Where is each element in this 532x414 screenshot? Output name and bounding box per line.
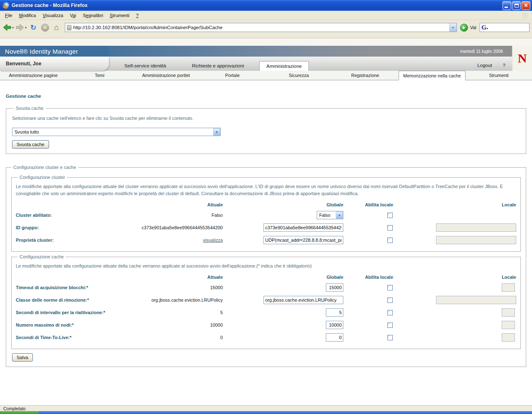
firefox-icon — [2, 2, 9, 9]
throbber-icon — [521, 12, 529, 19]
wakeup-interval-global-input[interactable] — [326, 308, 343, 317]
ttl-local-checkbox[interactable] — [387, 335, 393, 340]
ttl-global-input[interactable] — [326, 333, 343, 342]
eviction-policy-local-checkbox[interactable] — [387, 297, 393, 303]
row-proprieta-cluster: Proprietà cluster: visualizza — [16, 234, 516, 246]
stop-button[interactable]: ✕ — [40, 22, 50, 32]
flush-cache-button[interactable]: Svuota cache — [12, 140, 49, 149]
logout-link[interactable]: Logout — [477, 63, 492, 68]
subtab-strumenti[interactable]: Strumenti — [466, 71, 532, 80]
menu-segnalibri[interactable]: Segnalibri — [79, 12, 106, 19]
close-button[interactable]: ✕ — [522, 1, 530, 10]
cluster-enabled-global-select[interactable]: Falso ▼ — [317, 211, 343, 219]
current-value: 0 — [122, 335, 223, 340]
flush-cache-section: Svuota cache Selezionare una cache nell'… — [6, 106, 526, 154]
cluster-properties-global-input[interactable] — [264, 236, 343, 244]
tab-richieste-approvazioni[interactable]: Richieste e approvazioni — [182, 61, 254, 71]
wakeup-interval-local-checkbox[interactable] — [387, 310, 393, 315]
menu-visualizza[interactable]: Visualizza — [39, 12, 66, 19]
max-nodes-local-checkbox[interactable] — [387, 322, 393, 328]
subtab-portale[interactable]: Portale — [199, 71, 266, 80]
row-cluster-abilitato: Cluster abilitato: Falso Falso ▼ — [16, 209, 516, 221]
admin-subtabs: Amministrazione pagine Temi Amministrazi… — [0, 71, 532, 80]
chevron-down-icon[interactable]: ▼ — [213, 128, 220, 136]
row-time-to-live: Secondi di Time-To-Live:* 0 — [16, 331, 516, 344]
column-globale: Globale — [223, 275, 343, 280]
cluster-cache-section: Configurazione cluster e cache Configura… — [6, 165, 526, 367]
group-id-local-checkbox[interactable] — [387, 225, 393, 231]
eviction-policy-global-input[interactable] — [264, 296, 343, 304]
back-dropdown-icon[interactable]: ▾ — [12, 26, 14, 30]
menu-modifica[interactable]: Modifica — [16, 12, 39, 19]
menu-bar: File Modifica Visualizza Vai Segnalibri … — [0, 11, 532, 20]
windows-taskbar[interactable] — [0, 411, 532, 414]
tab-band: Benvenuti, Joe Self-service identità Ric… — [0, 57, 532, 71]
url-input[interactable] — [71, 25, 449, 30]
max-nodes-local-input — [502, 321, 515, 329]
browser-window: Gestione cache - Mozilla Firefox ✕ File … — [0, 0, 532, 414]
search-input[interactable] — [488, 25, 528, 30]
cluster-config-legend: Configurazione cluster — [17, 175, 67, 180]
maximize-icon — [515, 4, 519, 7]
search-box[interactable]: G ▾ — [480, 23, 530, 32]
chevron-down-icon[interactable]: ▼ — [336, 211, 343, 219]
cache-config-section: Configurazione cache Le modifiche apport… — [11, 254, 521, 349]
forward-dropdown-icon[interactable]: ▾ — [25, 26, 27, 30]
url-bar[interactable]: ▼ — [65, 23, 457, 32]
view-cluster-properties-link[interactable]: visualizza — [203, 238, 223, 243]
menu-strumenti[interactable]: Strumenti — [106, 12, 133, 19]
cluster-enabled-local-checkbox[interactable] — [387, 213, 393, 218]
column-globale: Globale — [223, 202, 343, 207]
current-value: 15000 — [122, 285, 223, 290]
lock-timeout-global-input[interactable] — [326, 283, 343, 292]
home-icon: ⌂ — [54, 23, 59, 32]
cache-select[interactable]: Svuota tutto ▼ — [12, 128, 221, 136]
save-button[interactable]: Salva — [12, 353, 33, 362]
google-logo-icon: G — [481, 25, 486, 31]
url-history-dropdown[interactable]: ▼ — [449, 23, 456, 32]
cache-config-description: Le modifiche apportate alla configurazio… — [16, 263, 516, 270]
subtab-amministrazione-pagine[interactable]: Amministrazione pagine — [0, 71, 66, 80]
lock-timeout-local-checkbox[interactable] — [387, 285, 393, 290]
page-title: Gestione cache — [6, 94, 526, 99]
home-button[interactable]: ⌂ — [52, 22, 62, 32]
current-value: org.jboss.cache.eviction.LRUPolicy — [122, 297, 223, 302]
column-locale: Locale — [393, 202, 516, 207]
reload-button[interactable]: ↻ — [28, 22, 38, 32]
cache-table-header: Attuale Globale Abilita locale Locale — [16, 275, 516, 280]
status-text: Completato — [0, 406, 26, 411]
go-icon: ▶ — [460, 24, 468, 32]
tab-amministrazione[interactable]: Amministrazione — [259, 61, 309, 71]
subtab-sicurezza[interactable]: Sicurezza — [266, 71, 332, 80]
max-nodes-global-input[interactable] — [326, 321, 343, 329]
column-attuale: Attuale — [122, 202, 223, 207]
tab-self-service[interactable]: Self-service identità — [109, 61, 182, 71]
menu-help[interactable]: ? — [133, 12, 142, 19]
maximize-button[interactable] — [512, 1, 521, 10]
cluster-config-description: Le modifiche apportate alla configurazio… — [16, 183, 516, 197]
subtab-temi[interactable]: Temi — [66, 71, 133, 80]
minimize-button[interactable] — [502, 1, 511, 10]
status-bar: Completato — [0, 405, 532, 411]
current-value: 5 — [122, 310, 223, 315]
cluster-properties-local-checkbox[interactable] — [387, 238, 393, 243]
subtab-memorizzazione-cache[interactable]: Memorizzazione nella cache — [399, 71, 466, 80]
subtab-registrazione[interactable]: Registrazione — [332, 71, 399, 80]
cache-select-value: Svuota tutto — [12, 129, 213, 134]
menu-vai[interactable]: Vai — [66, 12, 79, 19]
cluster-properties-local-input — [436, 236, 516, 244]
menu-file[interactable]: File — [2, 12, 16, 19]
cluster-table-header: Attuale Globale Abilita locale Locale — [16, 202, 516, 207]
current-value: Falso — [122, 213, 223, 218]
subtab-amministrazione-portlet[interactable]: Amministrazione portlet — [133, 71, 200, 80]
help-link[interactable]: ? — [503, 63, 505, 68]
welcome-user: Benvenuti, Joe — [0, 57, 109, 71]
current-value: 10000 — [122, 322, 223, 327]
start-button[interactable] — [0, 411, 39, 414]
back-button[interactable]: ▾ — [2, 23, 14, 32]
go-button[interactable]: ▶ Vai — [460, 24, 476, 32]
banner-texture: martedì 11 luglio 2006 — [109, 46, 532, 57]
forward-button[interactable]: ▾ — [15, 23, 27, 32]
group-id-global-input[interactable] — [264, 223, 343, 232]
row-id-gruppo: ID gruppo: c373e901aba5e8ee9966444553544… — [16, 221, 516, 234]
